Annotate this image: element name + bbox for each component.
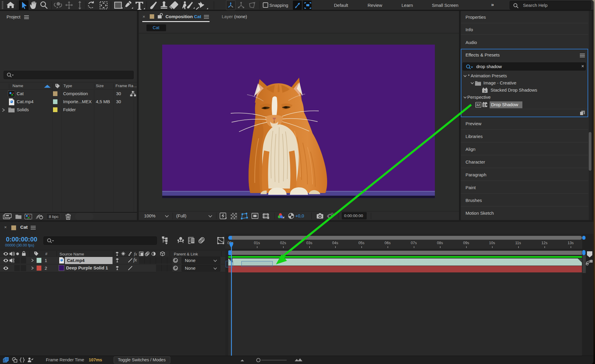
svg-text:#: # (45, 252, 48, 256)
svg-text:32: 32 (476, 103, 480, 107)
svg-text:Parent & Link: Parent & Link (174, 252, 198, 256)
svg-text:fx: fx (484, 90, 486, 92)
svg-text:fx: fx (134, 252, 137, 256)
svg-text:Source Name: Source Name (60, 252, 84, 256)
